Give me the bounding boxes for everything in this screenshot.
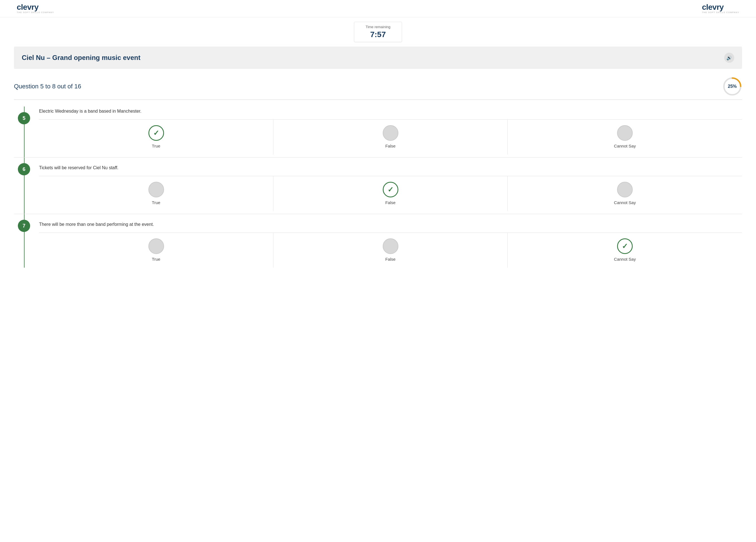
progress-section: Question 5 to 8 out of 16 25% — [14, 77, 742, 96]
question-6-answers: True ✓ False Cannot Say — [39, 176, 742, 211]
question-6-cannot-say-circle — [617, 182, 633, 198]
logo-right-name: clevry — [702, 3, 724, 11]
question-6-false-label: False — [385, 200, 396, 205]
question-5-true-circle: ✓ — [148, 125, 164, 141]
question-5-cannot-say-circle — [617, 125, 633, 141]
question-6-cannot-say[interactable]: Cannot Say — [508, 176, 742, 211]
header: clevry The Soft Skills Company clevry Th… — [0, 0, 756, 17]
question-5-false-circle — [383, 125, 398, 141]
checkmark-icon-2: ✓ — [387, 186, 394, 193]
question-5-row: 5 Electric Wednesday is a band based in … — [14, 107, 742, 155]
question-7-row: 7 There will be more than one band perfo… — [14, 214, 742, 268]
timer-label: Time remaining — [365, 25, 390, 29]
checkmark-icon-3: ✓ — [622, 243, 628, 250]
section-divider — [14, 100, 742, 100]
checkmark-icon: ✓ — [153, 129, 159, 137]
question-7-false-label: False — [385, 257, 396, 262]
question-6-cannot-say-label: Cannot Say — [614, 200, 636, 205]
question-7-true-label: True — [152, 257, 160, 262]
timer-section: Time remaining 7:57 — [0, 17, 756, 47]
question-5-true[interactable]: ✓ True — [39, 120, 273, 155]
logo-left-name: clevry — [17, 3, 38, 11]
question-5-true-label: True — [152, 144, 160, 148]
progress-circle: 25% — [723, 77, 742, 96]
timer-value: 7:57 — [365, 30, 390, 39]
audio-button[interactable]: 🔊 — [724, 53, 734, 63]
question-7-answers: True False ✓ Cannot Say — [39, 233, 742, 268]
logo-right: clevry The Soft Skills Company — [702, 3, 739, 14]
question-7-false-circle — [383, 239, 398, 254]
question-6-true-circle — [148, 182, 164, 198]
question-5-cannot-say-label: Cannot Say — [614, 144, 636, 148]
question-6-false-circle: ✓ — [383, 182, 398, 198]
question-5-answers: ✓ True False Cannot Say — [39, 119, 742, 155]
question-5-false-label: False — [385, 144, 396, 148]
logo-right-tagline: The Soft Skills Company — [702, 11, 739, 14]
logo-left-tagline: The Soft Skills Company — [17, 11, 54, 14]
questions-area: 5 Electric Wednesday is a band based in … — [14, 107, 742, 268]
question-5-statement: Electric Wednesday is a band based in Ma… — [39, 107, 742, 114]
logo-left: clevry The Soft Skills Company — [17, 3, 54, 14]
question-6-true-label: True — [152, 200, 160, 205]
question-5-cannot-say[interactable]: Cannot Say — [508, 120, 742, 155]
question-range: Question 5 to 8 out of 16 — [14, 83, 81, 90]
question-7-cannot-say[interactable]: ✓ Cannot Say — [508, 233, 742, 268]
title-bar: Ciel Nu – Grand opening music event 🔊 — [14, 47, 742, 69]
question-6-badge: 6 — [18, 163, 30, 175]
question-7-statement: There will be more than one band perform… — [39, 220, 742, 227]
question-7-cannot-say-label: Cannot Say — [614, 257, 636, 262]
question-7-true[interactable]: True — [39, 233, 273, 268]
question-6-row: 6 Tickets will be reserved for Ciel Nu s… — [14, 157, 742, 211]
timer-box: Time remaining 7:57 — [354, 22, 402, 42]
question-7-badge: 7 — [18, 220, 30, 232]
question-7-true-circle — [148, 239, 164, 254]
question-6-true[interactable]: True — [39, 176, 273, 211]
question-5-false[interactable]: False — [273, 120, 508, 155]
question-7-false[interactable]: False — [273, 233, 508, 268]
question-5-badge: 5 — [18, 112, 30, 124]
audio-icon: 🔊 — [726, 55, 732, 61]
question-6-statement: Tickets will be reserved for Ciel Nu sta… — [39, 163, 742, 170]
progress-percent: 25% — [728, 84, 737, 89]
passage-title: Ciel Nu – Grand opening music event — [22, 54, 140, 62]
question-7-cannot-say-circle: ✓ — [617, 239, 633, 254]
question-6-false[interactable]: ✓ False — [273, 176, 508, 211]
